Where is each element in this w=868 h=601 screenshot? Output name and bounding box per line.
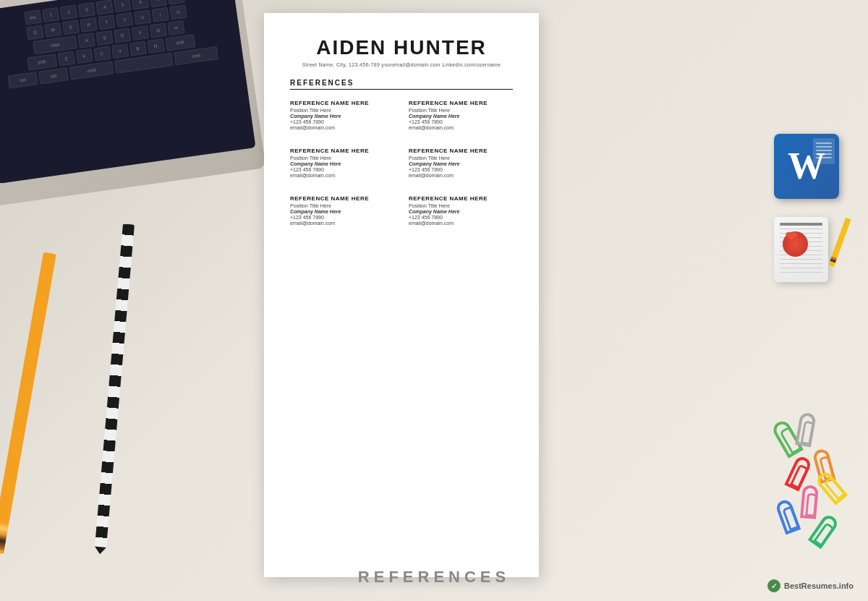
paperclips-decoration	[709, 413, 854, 558]
key: 8	[167, 0, 184, 5]
laptop-decoration: esc 1 2 3 4 5 6 7 8 Q W E R T Y	[0, 0, 275, 231]
reference-item-2: REFERENCE NAME HERE Position Title Here …	[409, 100, 513, 130]
ref-name-1: REFERENCE NAME HERE	[290, 100, 394, 106]
word-lines-decoration	[816, 142, 832, 158]
ref-phone-1: +123 456 7890	[290, 119, 394, 124]
reference-item-4: REFERENCE NAME HERE Position Title Here …	[409, 148, 513, 178]
references-grid: REFERENCE NAME HERE Position Title Here …	[290, 100, 513, 229]
ref-phone-5: +123 456 7890	[290, 215, 394, 220]
ref-name-5: REFERENCE NAME HERE	[290, 195, 394, 202]
clip-blue	[775, 498, 801, 535]
ref-company-6: Company Name Here	[409, 209, 513, 214]
reference-item-3: REFERENCE NAME HERE Position Title Here …	[290, 148, 394, 178]
key: 2	[60, 5, 77, 20]
key: shift	[27, 54, 57, 70]
key: opt	[38, 67, 69, 84]
key: A	[78, 33, 95, 48]
ref-phone-2: +123 456 7890	[409, 119, 513, 124]
key: O	[169, 5, 187, 20]
key: 5	[114, 0, 131, 12]
key: esc	[24, 10, 41, 25]
brand-name: BestResumes.info	[784, 581, 854, 590]
pages-flower	[783, 231, 808, 257]
key: S	[95, 30, 113, 46]
pages-document	[774, 217, 828, 282]
key: X	[75, 48, 93, 64]
ref-company-2: Company Name Here	[409, 114, 513, 119]
key: I	[152, 7, 169, 22]
key: V	[111, 43, 129, 59]
ref-position-1: Position Title Here	[290, 108, 394, 113]
ref-position-2: Position Title Here	[409, 108, 513, 113]
key: E	[62, 20, 80, 35]
clip-silver	[795, 412, 817, 447]
key: D	[114, 28, 131, 43]
key: R	[80, 17, 98, 33]
key: 6	[132, 0, 149, 10]
section-heading: REFERENCES	[290, 79, 513, 90]
reference-item-5: REFERENCE NAME HERE Position Title Here …	[290, 195, 394, 226]
ref-email-5: email@domain.com	[290, 221, 394, 226]
ref-name-3: REFERENCE NAME HERE	[290, 148, 394, 154]
ref-name-6: REFERENCE NAME HERE	[409, 195, 513, 202]
ref-email-3: email@domain.com	[290, 173, 394, 178]
key: 3	[78, 2, 95, 17]
resume-name: AIDEN HUNTER	[290, 36, 513, 59]
ref-company-5: Company Name Here	[290, 209, 394, 214]
ref-email-6: email@domain.com	[409, 221, 513, 226]
ref-name-2: REFERENCE NAME HERE	[409, 100, 513, 106]
key: U	[134, 9, 151, 25]
ref-email-2: email@domain.com	[409, 125, 513, 130]
key: 4	[95, 0, 113, 15]
ref-company-4: Company Name Here	[409, 161, 513, 166]
key: 1	[42, 7, 59, 22]
ref-company-1: Company Name Here	[290, 114, 394, 119]
key: 7	[150, 0, 167, 7]
ref-phone-4: +123 456 7890	[409, 167, 513, 172]
brand-badge: ✓ BestResumes.info	[767, 579, 854, 592]
key: Y	[116, 12, 133, 27]
key: N	[147, 38, 164, 54]
key: C	[93, 46, 111, 61]
ref-name-4: REFERENCE NAME HERE	[409, 148, 513, 154]
key: T	[98, 14, 115, 30]
key: Q	[26, 25, 43, 40]
ref-position-4: Position Title Here	[409, 155, 513, 161]
ref-phone-6: +123 456 7890	[409, 215, 513, 220]
bottom-label: REFERENCES	[358, 568, 510, 587]
resume-contact: Street Name, City, 123-456-789 youremail…	[290, 62, 513, 67]
reference-item-1: REFERENCE NAME HERE Position Title Here …	[290, 100, 394, 130]
reference-item-6: REFERENCE NAME HERE Position Title Here …	[409, 195, 513, 226]
ref-phone-3: +123 456 7890	[290, 167, 394, 172]
ref-email-4: email@domain.com	[409, 173, 513, 178]
ref-position-5: Position Title Here	[290, 203, 394, 208]
key: Z	[57, 51, 75, 67]
key: shift	[165, 34, 195, 51]
clip-pink	[800, 485, 819, 519]
key: G	[150, 23, 167, 38]
resume-document: AIDEN HUNTER Street Name, City, 123-456-…	[264, 13, 539, 577]
ref-position-6: Position Title Here	[409, 203, 513, 208]
key: ctrl	[7, 72, 38, 88]
key: F	[132, 25, 149, 41]
ref-email-1: email@domain.com	[290, 125, 394, 130]
pages-icon[interactable]	[774, 217, 843, 289]
ref-position-3: Position Title Here	[290, 155, 394, 161]
key: B	[129, 41, 146, 56]
word-icon[interactable]: W	[774, 134, 839, 199]
ref-company-3: Company Name Here	[290, 161, 394, 166]
key: W	[44, 22, 61, 38]
brand-checkmark: ✓	[767, 579, 780, 592]
clip-yellow	[814, 469, 848, 505]
key: H	[167, 20, 184, 35]
